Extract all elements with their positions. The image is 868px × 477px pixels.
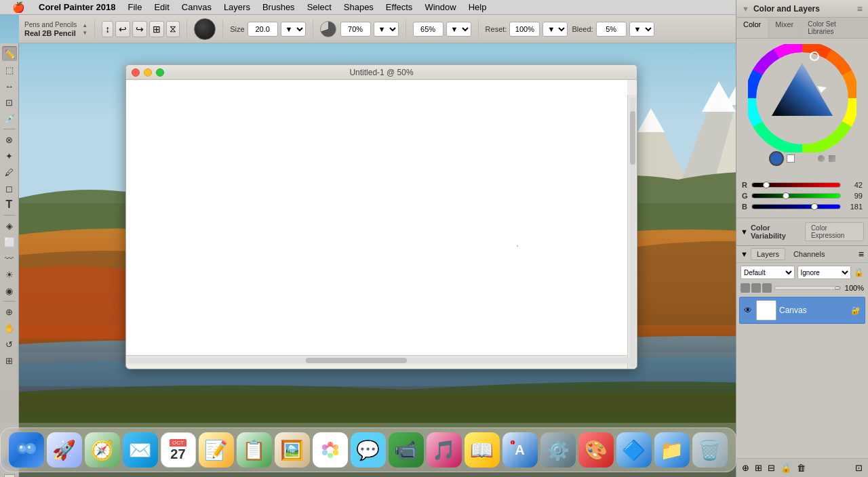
panel-collapse-icon[interactable]: ▼ bbox=[742, 5, 749, 13]
duplicate-layer-icon[interactable]: ⊟ bbox=[768, 463, 775, 473]
b-thumb[interactable] bbox=[811, 203, 818, 210]
scrollbar-h-thumb[interactable] bbox=[306, 358, 407, 363]
menubar-app[interactable]: Corel Painter 2018 bbox=[33, 1, 121, 14]
layer-visibility-icon[interactable]: 👁 bbox=[744, 306, 753, 315]
panel-options-icon[interactable]: ≡ bbox=[857, 3, 863, 14]
menubar-window[interactable]: Window bbox=[419, 1, 461, 14]
dock-item-safari[interactable]: 🧭 bbox=[85, 432, 120, 468]
tool-btn-2[interactable]: ↩ bbox=[115, 21, 130, 37]
size-input[interactable] bbox=[248, 22, 278, 37]
tool-btn-5[interactable]: ⧖ bbox=[166, 21, 180, 37]
group-layer-icon[interactable]: ⊞ bbox=[755, 463, 762, 473]
scrollbar-v-thumb[interactable] bbox=[630, 111, 635, 165]
grain-unit[interactable]: ▼ bbox=[446, 22, 471, 37]
opacity-icon-3[interactable] bbox=[762, 283, 772, 293]
cv-collapse-icon[interactable]: ▼ bbox=[741, 228, 748, 236]
bleed-unit[interactable]: ▼ bbox=[629, 22, 654, 37]
tool-brush[interactable]: ✏️ bbox=[2, 46, 17, 61]
dock-item-mail[interactable]: ✉️ bbox=[123, 432, 158, 468]
apple-menu[interactable]: 🍎 bbox=[5, 1, 32, 14]
dock-item-messages[interactable]: 💬 bbox=[351, 432, 386, 468]
tool-select[interactable]: ⬚ bbox=[2, 62, 17, 77]
layers-collapse-icon[interactable]: ▼ bbox=[741, 250, 748, 258]
tab-layers[interactable]: Layers bbox=[751, 248, 785, 260]
tab-color-set[interactable]: Color Set Libraries bbox=[801, 18, 868, 38]
brush-nav-arrows[interactable]: ▲ ▼ bbox=[82, 22, 87, 36]
dock-item-finder[interactable] bbox=[9, 432, 44, 468]
tool-crop[interactable]: ⊡ bbox=[2, 95, 17, 110]
reset-input[interactable] bbox=[509, 22, 540, 37]
layers-options-icon[interactable]: ≡ bbox=[859, 249, 864, 260]
dock-item-launchpad[interactable]: 🚀 bbox=[47, 432, 82, 468]
secondary-color-square[interactable] bbox=[787, 154, 795, 163]
tool-hand[interactable]: ✋ bbox=[2, 320, 17, 335]
menubar-effects[interactable]: Effects bbox=[380, 1, 418, 14]
grain-input[interactable] bbox=[413, 22, 443, 37]
dock-item-facetime[interactable]: 📹 bbox=[389, 432, 424, 468]
dock-item-downloads[interactable]: 📁 bbox=[654, 432, 690, 468]
dock-item-sysprefs[interactable]: ⚙️ bbox=[540, 432, 576, 468]
dock-item-trash[interactable]: 🗑️ bbox=[692, 432, 728, 468]
window-minimize-btn[interactable] bbox=[144, 68, 152, 77]
r-thumb[interactable] bbox=[763, 182, 770, 188]
window-maximize-btn[interactable] bbox=[156, 68, 164, 77]
dock-item-photos[interactable] bbox=[313, 432, 348, 468]
opacity-thumb[interactable] bbox=[835, 287, 840, 289]
opacity-unit[interactable]: ▼ bbox=[374, 22, 399, 37]
cv-tab-expression[interactable]: Color Expression bbox=[805, 222, 864, 241]
tool-blur[interactable]: ◉ bbox=[2, 283, 17, 298]
menubar-brushes[interactable]: Brushes bbox=[257, 1, 300, 14]
tool-eraser[interactable]: ⬜ bbox=[2, 234, 17, 249]
tab-mixer[interactable]: Mixer bbox=[768, 18, 801, 38]
opacity-input[interactable] bbox=[340, 22, 371, 37]
tool-text[interactable]: T bbox=[2, 197, 17, 212]
r-track[interactable] bbox=[751, 182, 841, 188]
bleed-input[interactable] bbox=[596, 22, 627, 37]
tab-color[interactable]: Color bbox=[736, 18, 768, 38]
dock-item-notes[interactable]: 📝 bbox=[199, 432, 234, 468]
tool-pen[interactable]: 🖊 bbox=[2, 165, 17, 180]
tool-fill[interactable]: ◈ bbox=[2, 218, 17, 233]
size-unit[interactable]: ▼ bbox=[281, 22, 306, 37]
current-color-circle[interactable] bbox=[769, 151, 784, 166]
tab-channels[interactable]: Channels bbox=[788, 249, 830, 260]
tool-smear[interactable]: 〰 bbox=[2, 251, 17, 266]
reset-unit[interactable]: ▼ bbox=[542, 22, 568, 37]
menubar-layers[interactable]: Layers bbox=[218, 1, 256, 14]
tool-btn-3[interactable]: ↪ bbox=[132, 21, 147, 37]
dock-item-itunes[interactable]: 🎵 bbox=[427, 432, 462, 468]
tool-dodge[interactable]: ☀ bbox=[2, 267, 17, 282]
g-thumb[interactable] bbox=[783, 192, 789, 199]
menubar-edit[interactable]: Edit bbox=[149, 1, 174, 14]
dock-item-corel[interactable]: 🎨 bbox=[578, 432, 614, 468]
opacity-icon-1[interactable] bbox=[741, 283, 750, 293]
opacity-track[interactable] bbox=[774, 286, 841, 290]
opacity-icon-2[interactable] bbox=[751, 283, 761, 293]
g-track[interactable] bbox=[751, 193, 841, 199]
tool-zoom[interactable]: ⊕ bbox=[2, 304, 17, 319]
tool-eyedropper[interactable]: 💉 bbox=[2, 111, 17, 126]
tool-lasso[interactable]: ⊗ bbox=[2, 132, 17, 147]
dock-item-reminders[interactable]: 📋 bbox=[237, 432, 272, 468]
lock-layer-icon[interactable]: 🔒 bbox=[781, 463, 791, 473]
dock-item-calendar[interactable]: OCT27 bbox=[161, 432, 196, 468]
color-wheel-svg[interactable] bbox=[748, 44, 856, 152]
tool-btn-4[interactable]: ⊞ bbox=[149, 21, 164, 37]
gradient-picker-icon[interactable] bbox=[829, 155, 835, 162]
tool-transform[interactable]: ↔ bbox=[2, 79, 17, 94]
tool-misc[interactable]: ⊞ bbox=[2, 353, 17, 368]
color-picker-icon[interactable] bbox=[818, 155, 825, 162]
canvas-area[interactable] bbox=[126, 80, 627, 355]
tool-rotate[interactable]: ↺ bbox=[2, 337, 17, 352]
blend-mode-select[interactable]: Default bbox=[741, 266, 795, 279]
delete-layer-icon[interactable]: 🗑 bbox=[797, 463, 806, 473]
layers-lock-icon[interactable]: 🔒 bbox=[854, 268, 864, 277]
b-track[interactable] bbox=[751, 204, 841, 209]
menubar-help[interactable]: Help bbox=[463, 1, 492, 14]
layer-lock-indicator[interactable]: 🔐 bbox=[851, 306, 861, 315]
tool-shape[interactable]: ◻ bbox=[2, 181, 17, 196]
dock-item-appstore[interactable]: A ! bbox=[502, 432, 538, 468]
menubar-select[interactable]: Select bbox=[302, 1, 337, 14]
scrollbar-vertical[interactable] bbox=[627, 95, 637, 369]
menubar-file[interactable]: File bbox=[122, 1, 147, 14]
